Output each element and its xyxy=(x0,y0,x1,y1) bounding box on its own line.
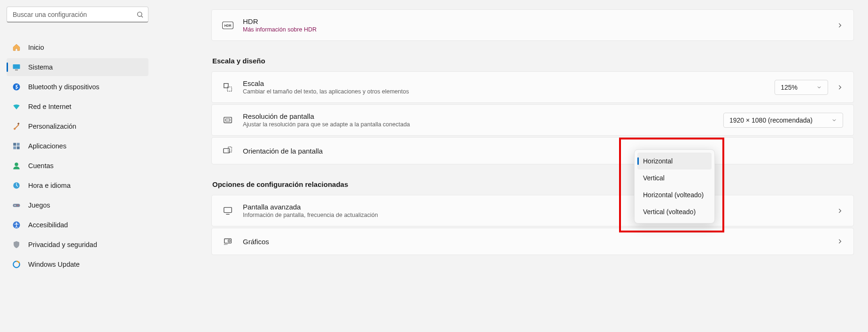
nav-personalizacion[interactable]: Personalización xyxy=(7,117,148,135)
row-sub: Información de pantalla, frecuencia de a… xyxy=(243,212,837,218)
orientation-option[interactable]: Vertical xyxy=(637,170,712,186)
row-sub: Ajustar la resolución para que se adapte… xyxy=(243,121,723,128)
svg-point-4 xyxy=(13,84,20,91)
svg-rect-26 xyxy=(228,147,232,152)
search-icon xyxy=(136,11,144,18)
nav-aplicaciones[interactable]: Aplicaciones xyxy=(7,137,148,155)
search-box[interactable] xyxy=(7,7,148,23)
main-content: HDR HDR Más información sobre HDR Escala… xyxy=(155,0,868,332)
chevron-right-icon xyxy=(837,22,843,29)
nav-red[interactable]: Red e Internet xyxy=(7,98,148,116)
row-orientation[interactable]: Orientación de la pantalla xyxy=(211,137,854,164)
chevron-right-icon xyxy=(837,238,843,245)
bluetooth-icon xyxy=(12,83,21,91)
select-value: 1920 × 1080 (recomendada) xyxy=(729,116,813,124)
chevron-right-icon xyxy=(837,208,843,214)
nav-inicio[interactable]: Inicio xyxy=(7,39,148,56)
nav-privacidad[interactable]: Privacidad y seguridad xyxy=(7,236,148,254)
svg-point-13 xyxy=(15,205,16,206)
chevron-down-icon xyxy=(816,85,822,90)
group-escala: Escala Cambiar el tamaño del texto, las … xyxy=(211,71,854,164)
shield-icon xyxy=(12,240,21,249)
orientation-dropdown[interactable]: HorizontalVerticalHorizontal (volteado)V… xyxy=(634,149,715,224)
nav-label: Privacidad y seguridad xyxy=(28,241,97,248)
person-icon xyxy=(12,162,21,170)
group-related: Pantalla avanzada Información de pantall… xyxy=(211,195,854,255)
row-title: Gráficos xyxy=(243,238,837,246)
scale-select[interactable]: 125% xyxy=(775,80,828,95)
wifi-icon xyxy=(12,102,21,111)
nav-label: Aplicaciones xyxy=(28,142,66,150)
row-title: Orientación de la pantalla xyxy=(243,147,843,155)
row-title: Pantalla avanzada xyxy=(243,203,837,211)
orientation-option[interactable]: Vertical (volteado) xyxy=(637,203,712,220)
svg-point-10 xyxy=(15,162,18,166)
system-icon xyxy=(12,63,21,71)
nav-bluetooth[interactable]: Bluetooth y dispositivos xyxy=(7,78,148,96)
monitor-icon xyxy=(222,205,233,216)
orientation-option[interactable]: Horizontal xyxy=(637,153,712,170)
gamepad-icon xyxy=(12,201,21,209)
chevron-down-icon xyxy=(831,117,837,123)
nav-label: Inicio xyxy=(28,44,44,51)
svg-rect-2 xyxy=(13,64,20,69)
section-escala: Escala y diseño xyxy=(212,57,854,65)
brush-icon xyxy=(12,122,21,131)
home-icon xyxy=(12,43,21,52)
section-related: Opciones de configuración relacionadas xyxy=(212,180,854,188)
select-value: 125% xyxy=(781,84,798,91)
hdr-icon: HDR xyxy=(222,20,233,31)
nav-sistema[interactable]: Sistema xyxy=(7,58,148,76)
accessibility-icon xyxy=(12,221,21,229)
svg-point-14 xyxy=(17,205,18,206)
row-hdr[interactable]: HDR HDR Más información sobre HDR xyxy=(211,9,854,41)
svg-rect-6 xyxy=(13,143,16,146)
svg-rect-12 xyxy=(13,204,20,207)
apps-icon xyxy=(12,142,21,150)
gpu-icon xyxy=(222,236,233,247)
row-advanced-display[interactable]: Pantalla avanzada Información de pantall… xyxy=(211,195,854,226)
update-icon xyxy=(12,260,21,269)
nav-juegos[interactable]: Juegos xyxy=(7,196,148,214)
row-resolution[interactable]: Resolución de pantalla Ajustar la resolu… xyxy=(211,104,854,136)
svg-rect-8 xyxy=(13,147,16,149)
nav-label: Juegos xyxy=(28,201,50,209)
svg-text:HDR: HDR xyxy=(224,24,231,27)
orientation-option[interactable]: Horizontal (volteado) xyxy=(637,186,712,203)
nav-label: Red e Internet xyxy=(28,103,71,110)
svg-line-1 xyxy=(141,16,143,17)
nav-label: Windows Update xyxy=(28,261,80,268)
row-title: HDR xyxy=(243,17,837,25)
nav-label: Bluetooth y dispositivos xyxy=(28,83,100,91)
row-title: Escala xyxy=(243,79,775,87)
resolution-icon xyxy=(222,115,233,126)
svg-rect-27 xyxy=(224,207,232,212)
svg-rect-7 xyxy=(17,143,20,146)
nav-windows-update[interactable]: Windows Update xyxy=(7,255,148,273)
svg-point-0 xyxy=(138,12,142,16)
row-sublink[interactable]: Más información sobre HDR xyxy=(243,26,837,33)
svg-rect-24 xyxy=(225,119,230,121)
nav-label: Sistema xyxy=(28,63,53,71)
svg-rect-5 xyxy=(17,123,20,125)
nav-list: Inicio Sistema Bluetooth y dispositivos … xyxy=(7,39,148,273)
nav-cuentas[interactable]: Cuentas xyxy=(7,157,148,175)
svg-point-30 xyxy=(228,240,230,242)
row-title: Resolución de pantalla xyxy=(243,112,723,120)
nav-label: Hora e idioma xyxy=(28,182,70,189)
svg-rect-23 xyxy=(224,117,232,123)
svg-rect-9 xyxy=(17,147,20,149)
resolution-select[interactable]: 1920 × 1080 (recomendada) xyxy=(723,113,843,128)
scale-icon xyxy=(222,82,233,93)
row-scale[interactable]: Escala Cambiar el tamaño del texto, las … xyxy=(211,71,854,103)
sidebar: Inicio Sistema Bluetooth y dispositivos … xyxy=(0,0,155,332)
nav-accesibilidad[interactable]: Accesibilidad xyxy=(7,216,148,234)
nav-hora[interactable]: Hora e idioma xyxy=(7,177,148,194)
search-input[interactable] xyxy=(7,7,148,23)
nav-label: Cuentas xyxy=(28,162,54,170)
svg-rect-3 xyxy=(15,69,18,70)
row-sub: Cambiar el tamaño del texto, las aplicac… xyxy=(243,88,775,95)
nav-label: Accesibilidad xyxy=(28,221,68,229)
clock-globe-icon xyxy=(12,181,21,190)
row-graphics[interactable]: Gráficos xyxy=(211,228,854,255)
